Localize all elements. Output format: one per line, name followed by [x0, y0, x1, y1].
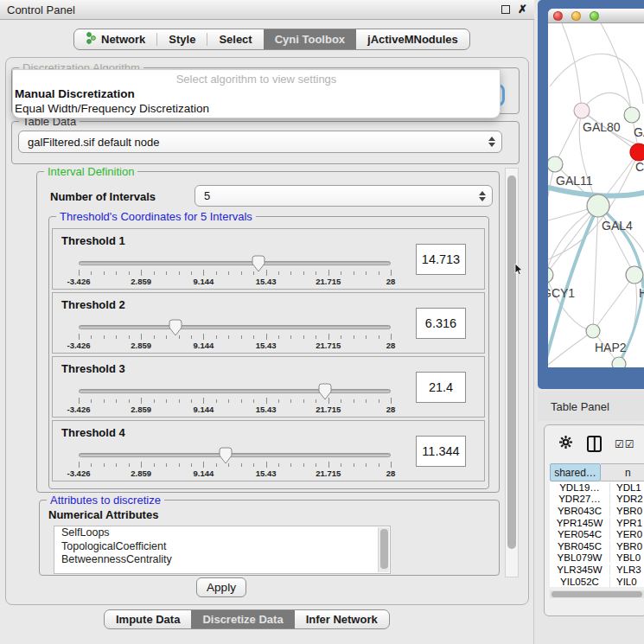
tab-label: Infer Network — [306, 613, 378, 626]
column-header-shared-name[interactable]: shared… — [550, 463, 601, 481]
dropdown-option-equal-width[interactable]: Equal Width/Frequency Discretization — [13, 101, 500, 116]
tab-select[interactable]: Select — [207, 29, 263, 49]
checkbox-icons[interactable]: ☑☑ — [615, 438, 635, 450]
tab-network[interactable]: Network — [74, 29, 156, 49]
tab-label: Impute Data — [116, 613, 180, 626]
close-icon[interactable]: ✗ — [518, 5, 527, 14]
list-scrollbar[interactable] — [378, 527, 389, 572]
attribute-list-item[interactable]: SelfLoops — [54, 526, 390, 540]
minimize-traffic-light[interactable] — [571, 11, 581, 21]
dropdown-option-manual[interactable]: Manual Discretization — [13, 86, 500, 101]
table-panel: ☑☑ shared… n YDL19…YDL1YDR27…YDR2YBR043C… — [544, 424, 644, 616]
attributes-group-title: Attributes to discretize — [47, 494, 164, 507]
number-of-intervals-combobox[interactable]: 5 — [194, 185, 493, 207]
threshold-3-slider[interactable]: -3.4262.8599.14415.4321.71528 — [79, 386, 391, 416]
network-node-label: HAP2 — [595, 341, 627, 354]
scrollbar-thumb[interactable] — [507, 175, 516, 549]
control-panel-titlebar: Control Panel ✗ — [0, 0, 534, 20]
slider-track[interactable] — [79, 325, 391, 329]
table-row[interactable]: YER054CYER0 — [550, 528, 644, 540]
combo-arrows-icon — [488, 137, 495, 147]
attribute-list-item[interactable]: BetweennessCentrality — [54, 553, 390, 567]
table-row[interactable]: YBR045CYBR0 — [550, 540, 644, 552]
table-row[interactable]: YIL052CYIL0 — [550, 576, 644, 587]
table-hscrollbar[interactable] — [550, 590, 644, 598]
column-header-name[interactable]: n — [601, 463, 644, 481]
threshold-3-value-field[interactable]: 21.4 — [416, 372, 466, 403]
network-node[interactable] — [586, 324, 600, 338]
network-node[interactable] — [548, 267, 553, 283]
network-node[interactable] — [574, 103, 590, 118]
slider-track[interactable] — [79, 389, 391, 393]
threshold-2-panel: Threshold 2 -3.4262.8599.14415.4321.7152… — [52, 292, 485, 354]
network-node[interactable] — [626, 266, 643, 284]
tab-label: jActiveMNodules — [367, 33, 458, 46]
tab-impute-data[interactable]: Impute Data — [105, 610, 191, 628]
algorithm-dropdown-popup: Select algorithm to view settings Manual… — [12, 69, 501, 118]
threshold-4-slider[interactable]: -3.4262.8599.14415.4321.71528 — [79, 450, 391, 480]
tab-label: Select — [219, 33, 252, 46]
network-node[interactable] — [612, 357, 626, 367]
tab-label: Style — [169, 33, 195, 46]
network-edge[interactable] — [555, 111, 582, 164]
tab-style[interactable]: Style — [157, 29, 207, 49]
table-row[interactable]: YDL19…YDL1 — [550, 481, 644, 494]
tab-discretize-data[interactable]: Discretize Data — [191, 610, 294, 628]
network-edge[interactable] — [548, 331, 593, 365]
table-row[interactable]: YLR345WYLR3 — [550, 564, 644, 576]
hscrollbar-thumb[interactable] — [552, 591, 642, 597]
network-node-label: C — [635, 160, 644, 174]
threshold-label: Threshold 3 — [61, 362, 125, 375]
panel-title: Control Panel — [7, 3, 75, 16]
slider-ticks — [79, 398, 391, 404]
table-panel-title: Table Panel — [551, 400, 609, 413]
tab-cyni-toolbox[interactable]: Cyni Toolbox — [264, 29, 356, 49]
thresholds-group-title: Threshold's Coordinates for 5 Intervals — [56, 210, 256, 223]
network-canvas[interactable]: GAL80GACGAL11GAL4GCY1HHAP2 — [548, 23, 644, 367]
threshold-1-panel: Threshold 1 -3.4262.8599.14415.4321.7152… — [52, 228, 485, 290]
threshold-2-slider[interactable]: -3.4262.8599.14415.4321.71528 — [79, 322, 391, 352]
table-panel-toolbar: ☑☑ — [545, 425, 644, 462]
network-edge[interactable] — [562, 23, 582, 111]
float-window-icon[interactable] — [501, 5, 510, 14]
network-node-label: GCY1 — [548, 286, 575, 300]
network-edge[interactable] — [593, 275, 634, 331]
slider-thumb[interactable] — [318, 383, 332, 400]
tab-label: Cyni Toolbox — [275, 33, 345, 46]
tab-jactivemnodules[interactable]: jActiveMNodules — [356, 29, 469, 49]
threshold-1-value-field[interactable]: 14.713 — [416, 244, 466, 275]
table-row[interactable]: YBR043CYBR0 — [550, 505, 644, 517]
threshold-2-value-field[interactable]: 6.316 — [416, 308, 466, 339]
slider-tick-labels: -3.4262.8599.14415.4321.71528 — [79, 277, 391, 286]
threshold-label: Threshold 1 — [61, 234, 125, 247]
close-traffic-light[interactable] — [553, 11, 563, 21]
slider-thumb[interactable] — [219, 447, 233, 464]
gear-icon[interactable] — [558, 435, 573, 453]
threshold-4-value-field[interactable]: 11.344 — [416, 436, 466, 467]
tab-infer-network[interactable]: Infer Network — [295, 610, 389, 628]
apply-button[interactable]: Apply — [196, 577, 246, 597]
numerical-attributes-list[interactable]: SelfLoopsTopologicalCoefficientBetweenne… — [54, 526, 391, 574]
slider-ticks — [79, 462, 391, 468]
table-row[interactable]: YPR145WYPR1 — [550, 517, 644, 529]
attribute-list-item[interactable]: TopologicalCoefficient — [54, 540, 390, 554]
slider-track[interactable] — [79, 453, 391, 457]
slider-track[interactable] — [79, 261, 391, 265]
table-row[interactable]: YDR27…YDR2 — [550, 494, 644, 506]
slider-thumb[interactable] — [169, 319, 182, 336]
zoom-traffic-light[interactable] — [590, 11, 599, 21]
network-node[interactable] — [548, 156, 563, 172]
network-node[interactable] — [587, 194, 609, 217]
network-node[interactable] — [630, 143, 644, 161]
network-node[interactable] — [624, 107, 640, 123]
table-data-combobox[interactable]: galFiltered.sif default node — [18, 131, 502, 153]
interval-definition-title: Interval Definition — [44, 165, 137, 178]
columns-icon[interactable] — [587, 436, 602, 452]
network-window-titlebar[interactable] — [548, 9, 644, 23]
settings-scrollbar[interactable] — [505, 168, 519, 577]
threshold-1-slider[interactable]: -3.4262.8599.14415.4321.71528 — [79, 258, 391, 288]
table-row[interactable]: YBL079WYBL0 — [550, 552, 644, 564]
slider-tick-labels: -3.4262.8599.14415.4321.71528 — [79, 341, 391, 350]
threshold-label: Threshold 4 — [61, 426, 125, 439]
slider-thumb[interactable] — [252, 255, 265, 272]
